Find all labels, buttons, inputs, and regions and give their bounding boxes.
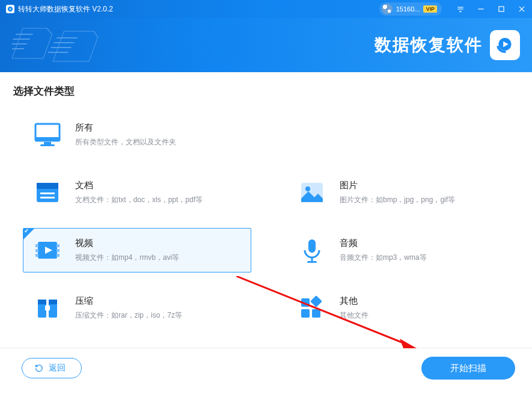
tile-audio-desc: 音频文件：如mp3，wma等 (340, 253, 427, 263)
svg-point-31 (305, 186, 310, 191)
file-type-grid: 所有 所有类型文件，文档以及文件夹 文档 文档文件：如txt，doc，xls，p… (12, 112, 520, 330)
svg-rect-25 (40, 144, 55, 146)
maximize-icon[interactable] (497, 5, 506, 13)
svg-rect-42 (307, 261, 317, 263)
tile-archive[interactable]: 压缩 压缩文件：如rar，zip，iso，7z等 (23, 286, 251, 330)
svg-rect-23 (35, 137, 60, 141)
tile-all[interactable]: 所有 所有类型文件，文档以及文件夹 (23, 112, 251, 157)
tile-other-title: 其他 (340, 295, 368, 307)
document-icon (33, 178, 62, 207)
banner-title: 数据恢复软件 (375, 34, 483, 57)
tile-audio-title: 音频 (340, 238, 427, 249)
svg-rect-28 (40, 192, 55, 194)
svg-rect-16 (54, 42, 75, 43)
tile-video-title: 视频 (75, 238, 179, 249)
svg-marker-4 (459, 11, 462, 13)
close-icon[interactable] (518, 5, 526, 13)
archive-icon (33, 294, 62, 322)
banner: 数据恢复软件 (0, 18, 532, 72)
svg-rect-38 (57, 254, 60, 257)
svg-rect-45 (38, 300, 46, 304)
minimize-icon[interactable] (477, 5, 485, 13)
svg-rect-24 (44, 142, 51, 144)
tile-document[interactable]: 文档 文档文件：如txt，doc，xls，ppt，pdf等 (23, 170, 251, 215)
tile-image-title: 图片 (340, 180, 455, 191)
tile-other[interactable]: 其他 其他文件 (287, 286, 516, 330)
tile-all-title: 所有 (75, 122, 176, 134)
svg-rect-13 (12, 43, 27, 45)
tile-document-desc: 文档文件：如txt，doc，xls，ppt，pdf等 (75, 195, 203, 205)
svg-rect-11 (16, 34, 33, 35)
svg-rect-12 (13, 38, 30, 40)
section-title: 选择文件类型 (13, 84, 520, 98)
other-icon (298, 294, 326, 322)
svg-rect-27 (37, 183, 58, 189)
tile-image-desc: 图片文件：如bmp，jpg，png，gif等 (340, 195, 455, 205)
svg-rect-50 (312, 309, 320, 318)
svg-rect-37 (57, 249, 60, 252)
svg-rect-36 (57, 244, 60, 247)
tile-archive-title: 压缩 (75, 295, 182, 307)
microphone-icon (298, 236, 326, 265)
content-area: 选择文件类型 所有 所有类型文件，文档以及文件夹 文档 文档文件 (0, 72, 532, 348)
vip-badge: VIP (423, 5, 437, 13)
tile-video[interactable]: 视频 视频文件：如mp4，rmvb，avi等 (23, 228, 251, 272)
footer: 返回 开始扫描 (0, 348, 532, 388)
banner-decoration-icon (12, 25, 120, 67)
svg-rect-5 (478, 8, 483, 9)
monitor-icon (33, 120, 62, 149)
tile-document-title: 文档 (75, 180, 203, 191)
image-icon (298, 178, 326, 207)
svg-rect-41 (311, 257, 313, 261)
user-chip[interactable]: 15160... VIP (379, 2, 442, 16)
back-button[interactable]: 返回 (22, 358, 82, 378)
svg-rect-29 (40, 197, 55, 198)
svg-rect-17 (50, 47, 72, 48)
svg-rect-49 (301, 309, 310, 318)
svg-rect-51 (310, 295, 322, 307)
svg-rect-6 (499, 7, 504, 11)
start-scan-label: 开始扫描 (450, 363, 486, 373)
svg-rect-40 (308, 239, 316, 253)
svg-rect-46 (49, 300, 57, 304)
tile-other-desc: 其他文件 (340, 310, 368, 321)
brand-logo-icon (490, 30, 520, 60)
svg-rect-15 (57, 37, 78, 38)
tile-video-desc: 视频文件：如mp4，rmvb，avi等 (75, 253, 179, 263)
svg-rect-2 (457, 7, 463, 8)
title-bar: 转转大师数据恢复软件 V2.0.2 15160... VIP (0, 0, 532, 18)
svg-rect-35 (35, 254, 38, 257)
svg-rect-3 (457, 8, 463, 9)
tile-audio[interactable]: 音频 音频文件：如mp3，wma等 (287, 228, 516, 272)
tile-archive-desc: 压缩文件：如rar，zip，iso，7z等 (75, 310, 182, 321)
avatar-icon (382, 4, 393, 14)
tile-all-desc: 所有类型文件，文档以及文件夹 (75, 137, 176, 147)
app-title: 转转大师数据恢复软件 V2.0.2 (18, 4, 113, 14)
app-window: 转转大师数据恢复软件 V2.0.2 15160... VIP (0, 0, 532, 400)
start-scan-button[interactable]: 开始扫描 (421, 357, 515, 380)
svg-rect-34 (35, 249, 38, 252)
svg-rect-48 (301, 298, 310, 307)
app-logo-icon (6, 5, 14, 13)
menu-dropdown-icon[interactable] (456, 5, 465, 13)
back-button-label: 返回 (49, 363, 66, 374)
user-id: 15160... (396, 5, 420, 13)
svg-rect-33 (35, 244, 38, 247)
svg-rect-47 (45, 306, 50, 310)
svg-rect-18 (47, 52, 69, 53)
video-icon (33, 236, 62, 265)
tile-image[interactable]: 图片 图片文件：如bmp，jpg，png，gif等 (287, 170, 516, 215)
svg-marker-10 (53, 31, 100, 61)
back-arrow-icon (34, 363, 44, 373)
svg-rect-14 (12, 48, 24, 49)
